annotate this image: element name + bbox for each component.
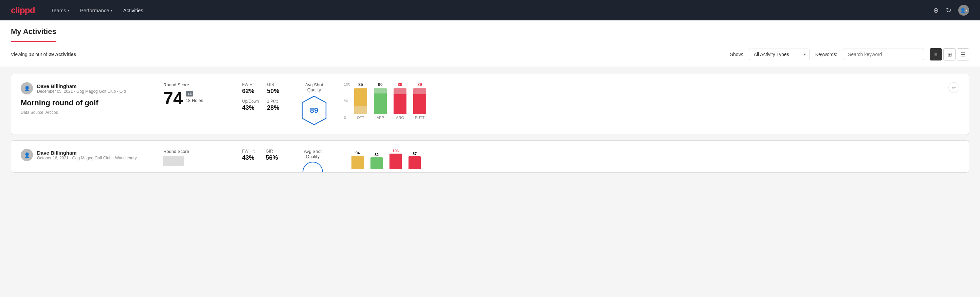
stats-grid: FW Hit 62% GIR 50% Up/Down 43% 1 Putt 28… <box>242 82 281 112</box>
search-input[interactable] <box>843 49 924 60</box>
activity-type-select[interactable]: All Activity Types <box>749 49 810 60</box>
bar-app: 90 APP <box>374 82 387 120</box>
avatar-person-icon: 👤 <box>24 86 30 91</box>
bar2-ott-fill <box>352 156 364 169</box>
score-badge: +4 <box>186 91 194 96</box>
avg-shot-quality: Avg Shot Quality 89 <box>293 82 336 126</box>
nav-performance[interactable]: Performance ▾ <box>80 6 112 14</box>
score-placeholder <box>163 156 184 166</box>
user-details: Dave Billingham December 05, 2021 - Gog … <box>37 83 126 94</box>
view-list-full-button[interactable]: ☰ <box>957 48 969 61</box>
user-info-2: 👤 Dave Billingham October 16, 2021 - Gog… <box>21 149 153 161</box>
bar2-putt-fill <box>409 156 421 169</box>
stat-fw-hit: FW Hit 62% <box>242 82 259 95</box>
page-title: My Activities <box>11 27 56 42</box>
bar-arg-label: 89 <box>398 82 402 87</box>
shot-quality-chart-2: 94 82 106 87 <box>333 149 959 169</box>
card-left-2: 👤 Dave Billingham October 16, 2021 - Gog… <box>21 149 163 165</box>
bar-putt: 89 PUTT <box>413 82 426 120</box>
main-content: 👤 Dave Billingham December 05, 2021 - Go… <box>0 67 980 179</box>
stat-fw-hit-label: FW Hit <box>242 82 259 87</box>
filter-bar: Viewing 12 out of 29 Activities Show: Al… <box>0 42 980 67</box>
bar-putt-axis-label: PUTT <box>415 115 425 120</box>
y-label-50: 50 <box>344 99 350 103</box>
bar2-ott: 94 <box>352 151 364 169</box>
shot-quality-chart: ✏ 100 50 0 85 OTT <box>336 82 959 126</box>
bar-app-label: 90 <box>378 82 382 87</box>
bar-ott-fill <box>354 88 367 114</box>
bar-app-axis-label: APP <box>377 115 384 120</box>
viewing-suffix: Activities <box>54 52 76 57</box>
stat-updown-label: Up/Down <box>242 99 259 104</box>
data-source: Data Source: Arccos <box>21 110 153 115</box>
refresh-icon[interactable]: ↻ <box>946 6 951 14</box>
user-name: Dave Billingham <box>37 83 126 89</box>
activity-title: Morning round of golf <box>21 99 153 107</box>
stat-gir-value: 50% <box>267 88 281 95</box>
bar2-app: 82 <box>371 153 383 169</box>
stats-grid-2: FW Hit 43% GIR 56% <box>242 149 281 161</box>
bar-arg-fill <box>394 88 406 114</box>
view-list-compact-button[interactable]: ≡ <box>930 48 942 61</box>
stat-gir-2: GIR 56% <box>266 149 282 161</box>
hex-score: 89 <box>310 106 318 115</box>
score-value: 74 <box>163 89 183 107</box>
navbar: clippd Teams ▾ Performance ▾ Activities … <box>0 0 980 21</box>
holes-text: 18 Holes <box>186 98 203 103</box>
nav-teams[interactable]: Teams ▾ <box>51 6 69 14</box>
avatar-chevron: ▾ <box>966 8 967 12</box>
logo: clippd <box>11 5 35 16</box>
keywords-label: Keywords: <box>815 52 837 57</box>
user-avatar-nav[interactable]: 👤 ▾ <box>958 5 969 16</box>
round-score-label-2: Round Score <box>163 149 220 154</box>
user-date-2: October 16, 2021 - Gog Magog Golf Club -… <box>37 156 137 160</box>
quality-label: Avg Shot Quality <box>301 82 328 93</box>
bar-ott: 85 OTT <box>354 82 367 120</box>
bar-putt-label: 89 <box>417 82 422 87</box>
user-date: December 05, 2021 - Gog Magog Golf Club … <box>37 89 126 94</box>
avg-shot-quality-2: Avg Shot Quality <box>293 149 333 172</box>
bar2-ott-val: 94 <box>356 151 360 155</box>
stat-fw-hit-label-2: FW Hit <box>242 149 258 153</box>
add-icon[interactable]: ⊕ <box>933 6 939 14</box>
bar2-app-val: 82 <box>375 153 379 156</box>
round-score-label: Round Score <box>163 82 220 87</box>
round-score-section-2: Round Score <box>163 149 231 166</box>
activity-card: 👤 Dave Billingham December 05, 2021 - Go… <box>11 74 969 135</box>
page-header: My Activities <box>0 21 980 42</box>
quality-label-2: Avg Shot Quality <box>301 149 325 159</box>
card-stats: FW Hit 62% GIR 50% Up/Down 43% 1 Putt 28… <box>231 82 293 112</box>
stat-gir-label: GIR <box>267 82 281 87</box>
activity-card-2: 👤 Dave Billingham October 16, 2021 - Gog… <box>11 141 969 172</box>
avatar-2: 👤 <box>21 149 33 161</box>
show-label: Show: <box>730 52 743 57</box>
user-name-2: Dave Billingham <box>37 150 137 156</box>
bar-putt-fill <box>413 88 426 114</box>
hexagon: 89 <box>301 95 328 126</box>
user-details-2: Dave Billingham October 16, 2021 - Gog M… <box>37 150 137 160</box>
nav-right: ⊕ ↻ 👤 ▾ <box>933 5 969 16</box>
stat-gir-label-2: GIR <box>266 149 282 153</box>
bar-ott-label: 85 <box>358 82 363 87</box>
card-left: 👤 Dave Billingham December 05, 2021 - Go… <box>21 82 163 115</box>
bar2-arg: 106 <box>390 149 402 169</box>
bar2-putt: 87 <box>409 152 421 169</box>
stat-1putt-label: 1 Putt <box>267 99 281 104</box>
stat-fw-hit-2: FW Hit 43% <box>242 149 258 161</box>
activity-type-select-wrapper: All Activity Types ▾ <box>749 49 810 60</box>
bar-ott-axis-label: OTT <box>357 115 364 120</box>
bar-chart-2: 94 82 106 87 <box>341 149 959 169</box>
stat-gir: GIR 50% <box>267 82 281 95</box>
view-grid-button[interactable]: ⊞ <box>943 48 956 61</box>
viewing-text: Viewing 12 out of 29 Activities <box>11 52 725 57</box>
nav-activities[interactable]: Activities <box>123 6 143 14</box>
bar2-arg-fill <box>390 153 402 169</box>
y-axis: 100 50 0 <box>344 82 350 120</box>
bar-arg: 89 ARG <box>394 82 406 120</box>
chevron-down-icon: ▾ <box>68 8 69 12</box>
nav-teams-label: Teams <box>51 8 66 13</box>
view-buttons: ≡ ⊞ ☰ <box>930 48 969 61</box>
bar2-app-fill <box>371 157 383 169</box>
stat-updown-value: 43% <box>242 104 259 112</box>
avatar-person-icon-2: 👤 <box>24 152 30 158</box>
